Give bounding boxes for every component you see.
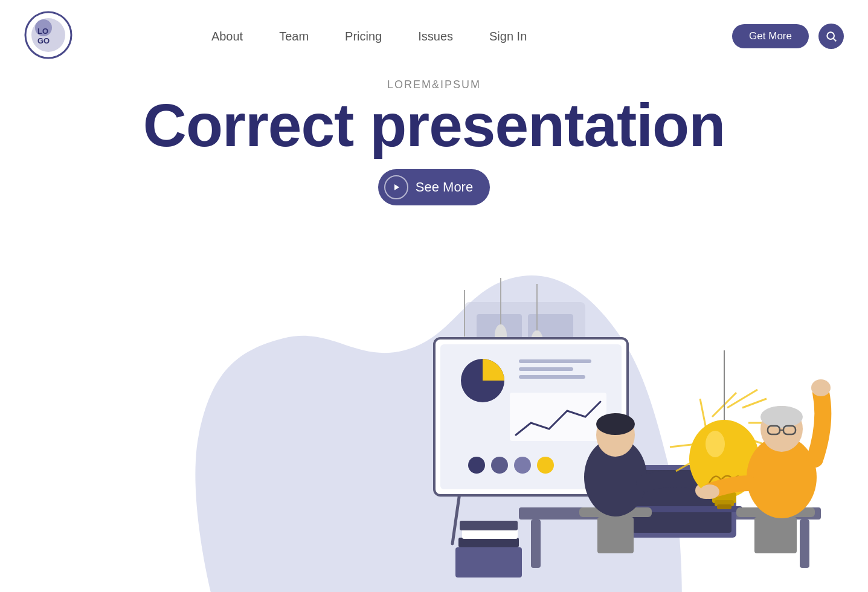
nav-right: Get More bbox=[732, 24, 844, 49]
svg-rect-57 bbox=[754, 517, 797, 553]
nav-issues[interactable]: Issues bbox=[418, 30, 453, 43]
navbar: LO GO About Team Pricing Issues Sign In … bbox=[0, 0, 868, 72]
see-more-button[interactable]: See More bbox=[378, 169, 490, 205]
svg-point-60 bbox=[760, 406, 803, 428]
svg-rect-31 bbox=[531, 520, 541, 568]
search-icon-button[interactable] bbox=[818, 24, 844, 49]
svg-point-64 bbox=[811, 379, 831, 396]
svg-rect-24 bbox=[519, 367, 573, 371]
nav-links: About Team Pricing Issues Sign In bbox=[175, 30, 527, 43]
nav-signin[interactable]: Sign In bbox=[489, 30, 527, 43]
svg-line-44 bbox=[700, 399, 706, 429]
svg-line-43 bbox=[727, 390, 757, 408]
svg-rect-69 bbox=[455, 547, 522, 578]
hero-subtitle: LOREM&IPSUM bbox=[0, 79, 868, 91]
hero-section: LOREM&IPSUM Correct presentation See Mor… bbox=[0, 72, 868, 205]
svg-text:LO: LO bbox=[37, 27, 48, 36]
nav-about[interactable]: About bbox=[211, 30, 243, 43]
svg-rect-25 bbox=[519, 375, 585, 379]
svg-point-5 bbox=[827, 32, 834, 39]
svg-rect-22 bbox=[510, 393, 606, 441]
svg-line-6 bbox=[834, 39, 837, 42]
svg-line-45 bbox=[742, 399, 767, 408]
main-illustration bbox=[398, 230, 869, 592]
nav-pricing[interactable]: Pricing bbox=[345, 30, 382, 43]
hero-title: Correct presentation bbox=[0, 94, 868, 157]
svg-point-28 bbox=[514, 457, 531, 474]
illustration-area bbox=[0, 205, 868, 592]
svg-marker-7 bbox=[394, 184, 399, 190]
svg-point-26 bbox=[468, 457, 485, 474]
svg-rect-67 bbox=[462, 529, 518, 539]
svg-text:GO: GO bbox=[37, 36, 50, 45]
svg-rect-37 bbox=[597, 517, 634, 553]
see-more-label: See More bbox=[416, 179, 473, 195]
svg-point-51 bbox=[706, 431, 725, 457]
svg-point-65 bbox=[700, 484, 719, 499]
svg-rect-66 bbox=[458, 538, 519, 547]
logo[interactable]: LO GO bbox=[24, 11, 72, 62]
nav-team[interactable]: Team bbox=[279, 30, 309, 43]
svg-point-27 bbox=[491, 457, 508, 474]
svg-rect-68 bbox=[460, 521, 518, 530]
svg-point-29 bbox=[537, 457, 554, 474]
play-icon bbox=[384, 175, 408, 199]
svg-rect-32 bbox=[800, 520, 809, 568]
get-more-button[interactable]: Get More bbox=[732, 24, 809, 48]
svg-rect-23 bbox=[519, 359, 591, 363]
svg-point-40 bbox=[596, 413, 635, 435]
svg-rect-54 bbox=[717, 504, 731, 509]
